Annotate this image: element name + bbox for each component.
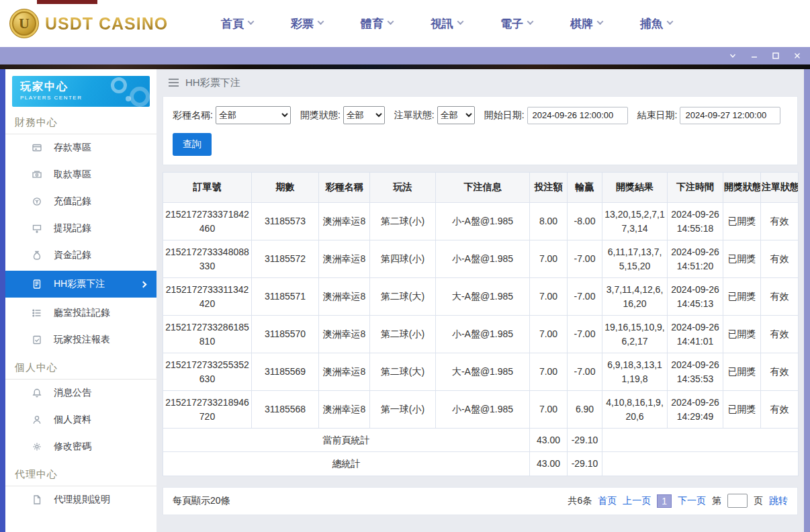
jump-page-input[interactable]: [727, 494, 748, 508]
section-heading-finance: 財務中心: [5, 108, 156, 134]
window-minimize-icon[interactable]: [750, 51, 759, 60]
sidebar-item-label: 消息公告: [54, 387, 91, 399]
hall-bet-record-icon: [31, 307, 43, 319]
cell-lottery: 澳洲幸运8: [319, 203, 370, 240]
sidebar-item-label: 廳室投註記錄: [54, 307, 110, 319]
sidebar-item-recharge-record[interactable]: 充值記錄: [5, 188, 156, 215]
window-maximize-icon[interactable]: [771, 51, 780, 60]
nav-item-lottery[interactable]: 彩票: [272, 16, 342, 32]
menu-toggle-icon[interactable]: [168, 78, 179, 87]
nav-label: 體育: [361, 16, 384, 32]
sidebar-item-announcements[interactable]: 消息公告: [5, 380, 156, 406]
cell-time: 2024-09-26 14:45:13: [668, 278, 723, 316]
section-heading-agent: 代理中心: [5, 460, 156, 486]
sidebar-item-change-password[interactable]: 修改密碼: [5, 433, 156, 460]
bet-records-table-card: 訂單號 期數 彩種名稱 玩法 下注信息 投注額 輸贏 開獎結果 下注時間 開獎狀…: [163, 172, 798, 476]
nav-item-chess[interactable]: 棋牌: [551, 16, 621, 32]
sidebar: 玩家中心 PLAYERS CENTER 財務中心 存款專區 取款專區 充值記錄: [5, 69, 156, 532]
chevron-down-icon: [527, 18, 534, 25]
logo-coin-icon: U: [9, 9, 39, 38]
window-title-bar: [0, 47, 810, 64]
cell-winloss: -7.00: [568, 240, 602, 278]
cell-period: 31185573: [252, 203, 319, 240]
sidebar-item-label: 資金記錄: [54, 249, 91, 261]
nav-label: 電子: [500, 16, 523, 32]
cell-order-no: 2152172733371842460: [163, 203, 252, 240]
cell-period: 31185570: [252, 316, 319, 353]
sidebar-item-hall-bet-record[interactable]: 廳室投註記錄: [5, 300, 156, 326]
sidebar-item-withdraw[interactable]: 取款專區: [5, 161, 156, 188]
cell-period: 31185572: [252, 240, 319, 278]
next-page-link[interactable]: 下一页: [678, 495, 706, 507]
page-totals-row: 當前頁統計 43.00 -29.10: [163, 429, 799, 452]
sidebar-item-hh-lottery-bet[interactable]: HH彩票下注: [5, 271, 156, 298]
table-row: 2152172733286185810 31185570 澳洲幸运8 第二球(小…: [163, 316, 799, 353]
col-header-order-status: 注單狀態: [761, 173, 799, 203]
sidebar-item-deposit[interactable]: 存款專區: [5, 134, 156, 161]
cell-order-status: 有效: [761, 391, 799, 429]
table-row: 2152172733371842460 31185573 澳洲幸运8 第二球(小…: [163, 203, 799, 240]
sidebar-item-agent-rules[interactable]: 代理規則說明: [5, 486, 156, 513]
grand-totals-amount: 43.00: [530, 452, 568, 476]
sidebar-item-player-bet-report[interactable]: 玩家投注報表: [5, 326, 156, 353]
bet-records-table: 訂單號 期數 彩種名稱 玩法 下注信息 投注額 輸贏 開獎結果 下注時間 開獎狀…: [163, 172, 799, 476]
nav-label: 首頁: [221, 16, 244, 32]
end-date-input[interactable]: [680, 107, 780, 124]
top-bar: U USDT CASINO 首頁 彩票 體育 視訊 電子 棋牌 捕魚: [0, 0, 810, 47]
cell-order-no: 2152172733311342420: [163, 278, 252, 316]
first-page-link[interactable]: 首页: [598, 495, 617, 507]
table-row: 2152172733348088330 31185572 澳洲幸运8 第四球(小…: [163, 240, 799, 278]
jump-action-link[interactable]: 跳转: [769, 495, 788, 507]
nav-item-sports[interactable]: 體育: [342, 16, 412, 32]
cell-result: 4,10,8,16,1,9,20,6: [602, 391, 668, 429]
cell-bet-info: 大-A盤@1.985: [436, 278, 530, 316]
search-button[interactable]: 查詢: [173, 133, 212, 156]
bell-icon: [31, 387, 43, 399]
decorative-dark-strip: [0, 64, 810, 69]
cell-period: 31185571: [252, 278, 319, 316]
sidebar-item-profile[interactable]: 個人資料: [5, 406, 156, 433]
window-close-icon[interactable]: [793, 51, 802, 60]
cell-bet-info: 小-A盤@1.985: [436, 203, 530, 240]
prev-page-link[interactable]: 上一页: [623, 495, 651, 507]
cell-order-no: 2152172733255352630: [163, 353, 252, 391]
grand-totals-winloss: -29.10: [568, 452, 602, 476]
cell-draw-status: 已開獎: [723, 203, 761, 240]
pagination-controls: 共6条 首页 上一页 1 下一页 第 页 跳转: [568, 494, 788, 508]
sidebar-item-funds-record[interactable]: 資金記錄: [5, 242, 156, 269]
chevron-right-icon: [140, 281, 147, 287]
cell-lottery: 澳洲幸运8: [319, 316, 370, 353]
grand-totals-label: 總統計: [163, 452, 530, 476]
sidebar-item-label: 代理規則說明: [54, 494, 110, 506]
cell-period: 31185569: [252, 353, 319, 391]
order-status-select[interactable]: 全部: [437, 106, 475, 124]
nav-item-home[interactable]: 首頁: [202, 16, 272, 32]
draw-status-select[interactable]: 全部: [343, 106, 385, 124]
cell-lottery: 澳洲幸运8: [319, 353, 370, 391]
start-date-input[interactable]: [527, 107, 628, 124]
sidebar-item-withdrawal-record[interactable]: 提現記錄: [5, 215, 156, 242]
page-totals-label: 當前頁統計: [163, 429, 530, 452]
sidebar-item-label: 玩家投注報表: [54, 334, 110, 346]
cell-time: 2024-09-26 14:41:01: [668, 316, 723, 353]
decor-chip-icon: [130, 87, 150, 107]
cell-bet-info: 小-A盤@1.985: [436, 240, 530, 278]
window-chevron-icon[interactable]: [728, 51, 737, 60]
current-page-indicator: 1: [657, 494, 672, 508]
cell-order-status: 有效: [761, 278, 799, 316]
nav-item-electronic[interactable]: 電子: [482, 16, 551, 32]
chevron-down-icon: [457, 18, 464, 25]
cell-winloss: -7.00: [568, 278, 602, 316]
chevron-down-icon: [597, 18, 604, 25]
cell-winloss: -7.00: [568, 316, 602, 353]
site-logo[interactable]: U USDT CASINO: [9, 9, 167, 38]
lottery-name-select[interactable]: 全部: [216, 106, 291, 124]
filter-panel: 彩種名稱: 全部 開獎狀態: 全部 注單狀態: 全部 開始日期: 結束日期:: [163, 96, 798, 165]
cell-period: 31185568: [252, 391, 319, 429]
cell-lottery: 澳洲幸运8: [319, 240, 370, 278]
nav-item-video[interactable]: 視訊: [412, 16, 482, 32]
decor-dot-icon: [126, 96, 131, 101]
nav-item-fishing[interactable]: 捕魚: [621, 16, 691, 32]
sidebar-item-label: 充值記錄: [54, 195, 91, 208]
nav-label: 棋牌: [570, 16, 593, 32]
